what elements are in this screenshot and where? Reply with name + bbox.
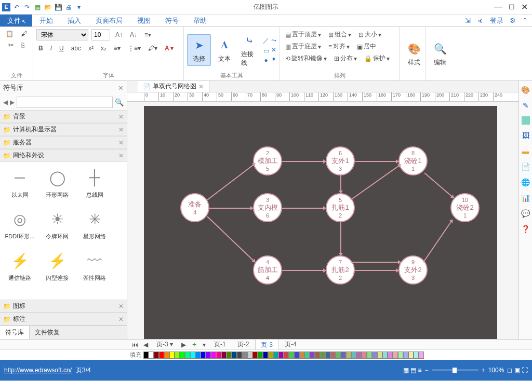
menu-start[interactable]: 开始	[32, 15, 60, 26]
color-swatch[interactable]	[232, 352, 237, 359]
export-icon[interactable]: ▾	[75, 3, 83, 11]
color-swatch[interactable]	[372, 352, 377, 359]
send-back-button[interactable]: ▥ 置于底层▾	[283, 41, 323, 52]
color-swatch[interactable]	[284, 352, 289, 359]
diagram-node[interactable]: 3支内模6	[253, 193, 282, 222]
shape-item[interactable]: ☁因特尔网...	[1, 290, 38, 300]
data-icon[interactable]: 📊	[521, 193, 530, 202]
share-icon[interactable]: ⪡	[477, 17, 484, 24]
share-box-icon[interactable]: ⇲	[465, 17, 471, 24]
shape-item[interactable]: ⚡通信链路	[1, 248, 38, 290]
color-swatch[interactable]	[211, 352, 216, 359]
menu-layout[interactable]: 页面布局	[88, 15, 130, 26]
status-url[interactable]: http://www.edrawsoft.cn/	[4, 367, 72, 374]
color-swatch[interactable]	[164, 352, 169, 359]
shape-item[interactable]: ✳星形网络	[76, 207, 113, 248]
oval-shape-icon[interactable]: ●	[264, 57, 268, 64]
image-icon[interactable]: 🖼	[521, 131, 530, 140]
side-tab-recover[interactable]: 文件恢复	[29, 326, 65, 339]
side-tab-library[interactable]: 符号库	[0, 326, 29, 339]
cross-shape-icon[interactable]: ✕	[271, 46, 276, 53]
font-size-input[interactable]	[91, 29, 110, 40]
color-swatch[interactable]	[242, 352, 247, 359]
connector-arrow[interactable]	[282, 208, 326, 209]
connector-tool[interactable]: ⤷连接线	[238, 30, 261, 70]
color-swatch[interactable]	[356, 352, 362, 359]
connector-arrow[interactable]	[209, 208, 253, 209]
diagram-node[interactable]: 2模加工5	[253, 146, 282, 175]
text-tool[interactable]: 𝐀文本	[213, 35, 236, 65]
fill-panel-icon[interactable]	[522, 116, 530, 125]
paste-icon[interactable]: 📋	[4, 29, 16, 38]
color-swatch[interactable]	[325, 352, 330, 359]
color-swatch[interactable]	[159, 352, 164, 359]
connector-arrow[interactable]	[207, 163, 255, 200]
menu-symbol[interactable]: 符号	[158, 15, 186, 26]
color-swatch[interactable]	[185, 352, 190, 359]
page-tab-1[interactable]: 页-1	[209, 339, 231, 350]
shape-item[interactable]: ─以太网	[1, 165, 38, 207]
cut-icon[interactable]: ✂	[6, 40, 16, 50]
color-swatch[interactable]	[377, 352, 382, 359]
color-swatch[interactable]	[408, 352, 414, 359]
color-swatch[interactable]	[258, 352, 263, 359]
color-swatch[interactable]	[289, 352, 294, 359]
collapse-ribbon-icon[interactable]: ⌃	[522, 17, 528, 24]
color-swatch[interactable]	[154, 352, 159, 359]
connector-arrow[interactable]	[351, 262, 401, 263]
connector-arrow[interactable]	[355, 161, 398, 162]
color-swatch[interactable]	[252, 352, 258, 359]
line-spacing-icon[interactable]: ≡▾	[112, 44, 123, 53]
settings-icon[interactable]: ⚙	[510, 17, 516, 24]
diagram-node[interactable]: 7扎筋22	[326, 255, 355, 285]
menu-insert[interactable]: 插入	[60, 15, 88, 26]
side-category[interactable]: 📁背景✕	[0, 110, 127, 123]
page-tab-4[interactable]: 页-4	[280, 339, 302, 350]
color-swatch[interactable]	[278, 352, 284, 359]
decrease-font-icon[interactable]: A↓	[128, 30, 139, 39]
diagram-node[interactable]: 10浇砼21	[450, 193, 480, 222]
distribute-button[interactable]: ⊞ 分布▾	[332, 53, 359, 64]
color-swatch[interactable]	[149, 352, 154, 359]
color-swatch[interactable]	[294, 352, 299, 359]
protect-button[interactable]: 🔒 保护▾	[362, 53, 392, 64]
color-swatch[interactable]	[362, 352, 367, 359]
side-category[interactable]: 📁网络和外设✕	[0, 149, 127, 162]
page-icon[interactable]: 📄	[521, 162, 530, 171]
size-button[interactable]: ⊟ 大小▾	[356, 29, 383, 40]
style-button[interactable]: 🎨样式	[403, 38, 425, 69]
color-swatch[interactable]	[299, 352, 304, 359]
color-swatch[interactable]	[346, 352, 351, 359]
page-next-icon[interactable]: ▶	[179, 341, 188, 348]
maximize-icon[interactable]: ◻	[509, 2, 515, 12]
document-tab[interactable]: 📄 单双代号网络图 ✕	[138, 81, 209, 92]
web-icon[interactable]: 🌐	[521, 178, 530, 187]
font-color-icon[interactable]: A▾	[163, 44, 176, 53]
side-cat-callout[interactable]: 📁标注✕	[0, 313, 127, 326]
color-swatch[interactable]	[195, 352, 201, 359]
color-swatch[interactable]	[304, 352, 310, 359]
help-icon[interactable]: ❓	[521, 224, 530, 234]
side-category[interactable]: 📁服务器✕	[0, 136, 127, 149]
zoom-in-icon[interactable]: +	[482, 367, 485, 374]
font-name-select[interactable]: 宋体	[36, 29, 88, 40]
comment-icon[interactable]: 💬	[521, 209, 530, 218]
shape-item[interactable]: 〰弹性网络	[76, 248, 113, 290]
connector-arrow[interactable]	[340, 175, 341, 193]
color-swatch[interactable]	[310, 352, 315, 359]
shape-item[interactable]: ☁因特尔网...	[76, 290, 113, 300]
bold-icon[interactable]: B	[36, 44, 45, 53]
color-swatch[interactable]	[414, 352, 419, 359]
shape-item[interactable]: ☀令牌环网	[38, 207, 76, 248]
layer-icon[interactable]: ▬	[521, 146, 530, 156]
curve-shape-icon[interactable]: ⤳	[271, 37, 276, 44]
connector-arrow[interactable]	[340, 222, 341, 255]
connector-arrow[interactable]	[355, 270, 398, 271]
color-swatch[interactable]	[268, 352, 273, 359]
strike-icon[interactable]: abc	[69, 44, 83, 53]
align-button[interactable]: ≡ 对齐▾	[326, 41, 352, 52]
menu-file[interactable]: 文件↖	[0, 15, 32, 26]
shape-item[interactable]: ┼总线网	[76, 165, 113, 207]
color-swatch[interactable]	[398, 352, 403, 359]
increase-font-icon[interactable]: A↑	[113, 30, 125, 39]
